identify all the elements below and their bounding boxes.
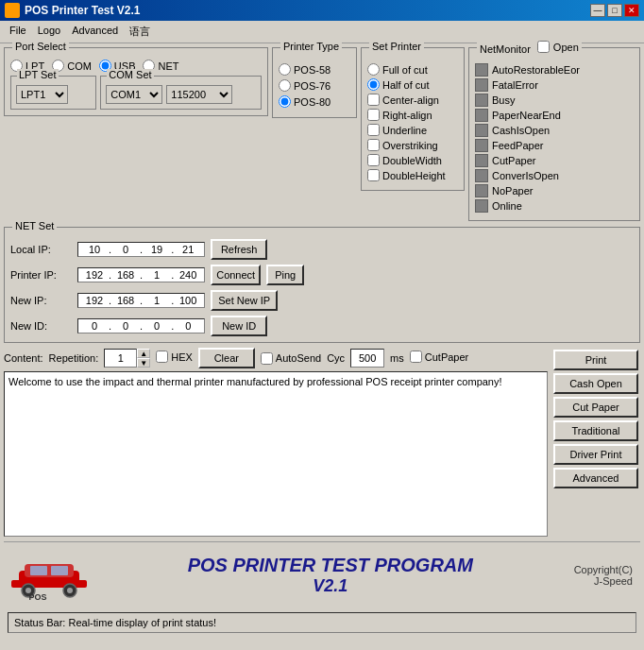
new-ip-2[interactable] (113, 295, 138, 306)
ping-button[interactable]: Ping (266, 265, 304, 285)
content-left: Content: Repetition: ▲ ▼ HEX Clear AutoS (4, 348, 548, 539)
net-set-group: NET Set Local IP: . . . Refresh (4, 227, 640, 343)
new-ip-4[interactable] (176, 295, 200, 306)
doublewidth-label[interactable]: DoubleWidth (367, 154, 458, 166)
brand-copyright: Copyright(C) J-Speed (574, 564, 633, 587)
clear-button[interactable]: Clear (198, 348, 255, 368)
new-id-2[interactable] (113, 320, 138, 332)
connect-button[interactable]: Connect (211, 265, 261, 285)
spin-up-button[interactable]: ▲ (137, 349, 150, 358)
new-id-3[interactable] (144, 320, 169, 332)
advanced-button[interactable]: Advanced (553, 468, 638, 488)
lpt-select[interactable]: LPT1 (16, 85, 68, 104)
right-align-check[interactable] (367, 109, 380, 121)
local-ip-row: Local IP: . . . Refresh (10, 239, 634, 260)
port-select-label: Port Select (12, 41, 69, 52)
new-id-button[interactable]: New ID (211, 316, 267, 336)
led-papernearend (475, 109, 488, 122)
cutpaper-checkbox[interactable] (410, 351, 422, 363)
center-align-label[interactable]: Center-align (367, 94, 458, 106)
local-ip-4[interactable] (176, 244, 200, 255)
pos58-radio[interactable] (279, 63, 291, 76)
pos58-label[interactable]: POS-58 (279, 63, 350, 76)
sub-boxes-row: LPT Set LPT1 COM Set COM1 115200 (10, 76, 262, 110)
right-align-label[interactable]: Right-align (367, 109, 458, 121)
autosend-checkbox[interactable] (261, 352, 273, 365)
set-new-ip-button[interactable]: Set New IP (211, 290, 278, 311)
printer-ip-2[interactable] (113, 269, 138, 281)
half-cut-label[interactable]: Half of cut (367, 78, 458, 91)
print-button[interactable]: Print (553, 350, 638, 370)
new-ip-field: . . . (77, 293, 205, 308)
set-printer-group: Set Printer Full of cut Half of cut Cent… (361, 47, 465, 191)
set-printer-label: Set Printer (369, 41, 424, 52)
underline-label[interactable]: Underline (367, 124, 458, 136)
com-set-label: COM Set (107, 69, 153, 80)
pos80-radio[interactable] (279, 95, 291, 108)
cut-paper-button[interactable]: Cut Paper (553, 397, 638, 418)
new-ip-3[interactable] (144, 295, 169, 306)
brand-title: POS PRINTER TEST PROGRAM (96, 555, 565, 576)
title-bar: POS Printer Test V2.1 — □ ✕ (0, 0, 644, 21)
menu-file[interactable]: File (4, 23, 32, 41)
underline-check[interactable] (367, 124, 380, 136)
new-ip-1[interactable] (82, 295, 107, 306)
autosend-label[interactable]: AutoSend (261, 352, 321, 365)
new-id-4[interactable] (176, 320, 200, 332)
hex-checkbox[interactable] (156, 351, 168, 363)
menu-advanced[interactable]: Advanced (66, 23, 124, 41)
monitor-busy: Busy (475, 94, 634, 107)
overstriking-label[interactable]: Overstriking (367, 139, 458, 151)
new-id-1[interactable] (82, 320, 107, 332)
copyright-text: Copyright(C) (574, 564, 633, 575)
svg-point-7 (67, 588, 73, 593)
led-nopaper (475, 184, 488, 197)
refresh-button[interactable]: Refresh (211, 239, 267, 260)
hex-checkbox-label[interactable]: HEX (156, 351, 193, 363)
baud-rate-select[interactable]: 115200 (166, 85, 232, 104)
com-port-select[interactable]: COM1 (106, 85, 162, 104)
close-button[interactable]: ✕ (624, 4, 639, 17)
printer-ip-3[interactable] (144, 269, 169, 281)
ms-input[interactable] (350, 349, 384, 368)
local-ip-3[interactable] (144, 244, 169, 255)
minimize-button[interactable]: — (590, 4, 605, 17)
doubleheight-check[interactable] (367, 169, 380, 181)
overstriking-check[interactable] (367, 139, 380, 151)
net-monitor-open-check[interactable] (537, 41, 550, 53)
pos76-radio[interactable] (279, 79, 291, 92)
traditional-button[interactable]: Traditional (553, 420, 638, 441)
printer-ip-4[interactable] (176, 269, 200, 281)
full-cut-radio[interactable] (367, 63, 380, 76)
doubleheight-label[interactable]: DoubleHeight (367, 169, 458, 181)
monitor-autorestorableeor: AutoRestorableEor (475, 63, 634, 77)
pos76-label[interactable]: POS-76 (279, 79, 350, 92)
monitor-cutpaper: CutPaper (475, 154, 634, 167)
new-ip-label: New IP: (10, 295, 72, 306)
half-cut-radio[interactable] (367, 78, 380, 91)
spin-down-button[interactable]: ▼ (137, 358, 150, 368)
cutpaper-checkbox-label[interactable]: CutPaper (410, 351, 468, 363)
cash-open-button[interactable]: Cash Open (553, 373, 638, 394)
printer-ip-1[interactable] (82, 269, 107, 281)
app-icon (5, 3, 20, 18)
local-ip-field: . . . (77, 242, 205, 257)
pos80-label[interactable]: POS-80 (279, 95, 350, 108)
maximize-button[interactable]: □ (607, 4, 622, 17)
driver-print-button[interactable]: Driver Print (553, 444, 638, 465)
car-logo-svg: POS (11, 547, 87, 604)
local-ip-2[interactable] (113, 244, 138, 255)
menu-logo[interactable]: Logo (32, 23, 66, 41)
full-cut-label[interactable]: Full of cut (367, 63, 458, 76)
bottom-branding: POS POS PRINTER TEST PROGRAM V2.1 Copyri… (4, 541, 640, 607)
led-autorestorableeor (475, 63, 488, 77)
doublewidth-check[interactable] (367, 154, 380, 166)
repetition-input[interactable] (104, 349, 137, 368)
led-fatalerror (475, 78, 488, 92)
menu-language[interactable]: 语言 (124, 23, 156, 41)
net-monitor-label: NetMonitor Open (477, 41, 582, 55)
center-align-check[interactable] (367, 94, 380, 106)
content-textarea[interactable] (4, 371, 548, 537)
local-ip-1[interactable] (82, 244, 107, 255)
monitor-fatalerror: FatalError (475, 78, 634, 92)
